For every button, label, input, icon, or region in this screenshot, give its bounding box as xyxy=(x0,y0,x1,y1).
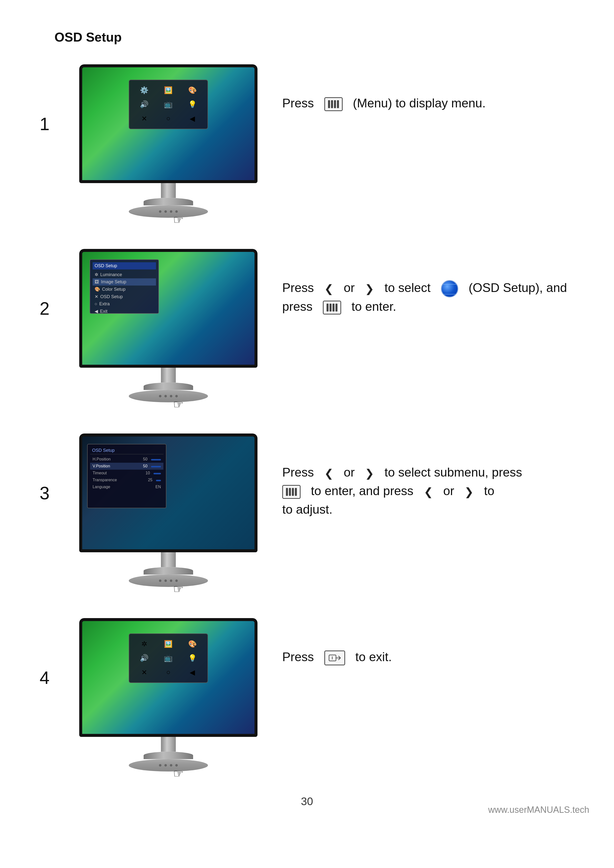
menu-item-2: 🖼 Image Setup xyxy=(93,278,156,285)
base-dot-2-2 xyxy=(165,395,167,397)
stand-base-3 xyxy=(129,575,208,587)
icon-4-3: 🎨 xyxy=(182,638,204,650)
aoc-label-3: AOC xyxy=(166,551,177,552)
screen-3: OSD Setup H.Position 50 V.Position 50 Ti… xyxy=(82,437,255,549)
monitor-1: ⚙️ 🖼️ 🎨 🔊 📺 💡 ✕ ○ ◀ AOC xyxy=(79,64,258,183)
base-dot-2-1 xyxy=(159,395,162,397)
step-4-to-exit: to exit. xyxy=(355,650,392,664)
bar-3 xyxy=(334,100,336,108)
bar-1 xyxy=(328,100,330,108)
base-dot-3-2 xyxy=(165,580,167,582)
icon-extra: 💡 xyxy=(182,98,204,110)
screen-2: OSD Setup ✲ Luminance 🖼 Image Setup 🎨 Co… xyxy=(82,252,255,365)
icon-4-4: 🔊 xyxy=(133,652,155,664)
bar-t xyxy=(154,473,161,474)
icon-4-2: 🖼️ xyxy=(157,638,179,650)
icon-4-6: 💡 xyxy=(182,652,204,664)
step-3-or-1: or xyxy=(344,465,354,479)
exit-icon xyxy=(328,653,341,663)
step-3-adjust: to adjust. xyxy=(282,502,333,516)
osd-title-2: OSD Setup xyxy=(93,262,156,270)
step-1-monitor: ⚙️ 🖼️ 🎨 🔊 📺 💡 ✕ ○ ◀ AOC xyxy=(74,64,263,227)
monitor-3-bottom: AOC xyxy=(82,549,258,552)
page-title: OSD Setup xyxy=(54,30,579,45)
exit-button-4 xyxy=(324,651,345,665)
icon-display: 📺 xyxy=(157,98,179,110)
bar-v xyxy=(151,466,161,467)
step-4-monitor: ✲ 🖼️ 🎨 🔊 📺 💡 ✕ ○ ◀ AOC xyxy=(74,618,263,780)
stand-neck-2 xyxy=(161,368,176,383)
base-dot-3-3 xyxy=(170,580,172,582)
stand-base-top-3 xyxy=(144,567,193,575)
step-1-row: 1 ⚙️ 🖼️ 🎨 🔊 📺 💡 ✕ ○ ◀ xyxy=(35,64,579,227)
bar-tr xyxy=(156,480,161,481)
aoc-label-1: AOC xyxy=(166,181,177,183)
monitor-1-bottom: AOC xyxy=(82,180,258,183)
step-2-or-1: or xyxy=(344,281,354,295)
menu-item-3: 🎨 Color Setup xyxy=(93,285,156,293)
bar-2-3 xyxy=(333,304,334,312)
base-dot-4-4 xyxy=(175,764,178,767)
finger-icon-3: ☞ xyxy=(173,582,184,596)
stand-base-top-4 xyxy=(144,752,193,759)
icon-4-5: 📺 xyxy=(157,652,179,664)
step-4-number: 4 xyxy=(35,668,54,688)
submenu-item-5: Language EN xyxy=(90,484,163,490)
submenu-item-4: Transparence 25 xyxy=(90,477,163,484)
monitor-4: ✲ 🖼️ 🎨 🔊 📺 💡 ✕ ○ ◀ AOC xyxy=(79,618,258,737)
step-3-monitor: OSD Setup H.Position 50 V.Position 50 Ti… xyxy=(74,434,263,596)
arrow-left-2a: ❮ xyxy=(324,281,334,297)
menu-button-3 xyxy=(282,485,300,499)
osd-submenu-3: OSD Setup H.Position 50 V.Position 50 Ti… xyxy=(87,444,166,508)
submenu-item-3: Timeout 10 xyxy=(90,470,163,477)
stand-base-top-1 xyxy=(144,198,193,205)
monitor-4-bottom: AOC xyxy=(82,734,258,737)
step-2-row: 2 OSD Setup ✲ Luminance 🖼 Image Setup 🎨 … xyxy=(35,249,579,411)
bar-2-4 xyxy=(336,304,337,312)
step-4-instruction: Press to exit. xyxy=(282,618,579,666)
arrow-left-3b: ❮ xyxy=(424,484,433,500)
step-1-menu-label: (Menu) to display menu. xyxy=(353,96,485,110)
step-3-to: to xyxy=(484,484,494,498)
bar-3-4 xyxy=(295,488,297,496)
aoc-label-2: AOC xyxy=(166,366,177,368)
step-2-press: Press xyxy=(282,281,314,295)
screen-1: ⚙️ 🖼️ 🎨 🔊 📺 💡 ✕ ○ ◀ xyxy=(82,67,255,180)
bar-3-2 xyxy=(289,488,291,496)
step-2-to-select: to select xyxy=(384,281,431,295)
stand-neck-1 xyxy=(161,183,176,198)
menu-item-4: ✕ OSD Setup xyxy=(93,293,156,301)
step-3-to-enter-and: to enter, and press xyxy=(311,484,413,498)
bar-4 xyxy=(337,100,339,108)
stand-neck-3 xyxy=(161,552,176,567)
menu-item-1: ✲ Luminance xyxy=(93,271,156,278)
icon-settings: ⚙️ xyxy=(133,84,155,96)
arrow-left-3a: ❮ xyxy=(324,465,334,482)
icon-color: 🎨 xyxy=(182,84,204,96)
base-dot-2-4 xyxy=(175,395,178,397)
monitor-2: OSD Setup ✲ Luminance 🖼 Image Setup 🎨 Co… xyxy=(79,249,258,368)
submenu-item-2: V.Position 50 xyxy=(90,463,163,470)
submenu-title-3: OSD Setup xyxy=(90,447,163,454)
monitor-2-bottom: AOC xyxy=(82,365,258,368)
finger-icon-2: ☞ xyxy=(173,397,184,411)
base-dot-4 xyxy=(175,210,178,213)
step-2-monitor: OSD Setup ✲ Luminance 🖼 Image Setup 🎨 Co… xyxy=(74,249,263,411)
menu-button-2 xyxy=(323,301,341,315)
watermark: www.userMANUALS.tech xyxy=(488,804,589,815)
base-dot-4-3 xyxy=(170,764,172,767)
bar-2 xyxy=(331,100,333,108)
base-dot-4-1 xyxy=(159,764,162,767)
submenu-item-1: H.Position 50 xyxy=(90,456,163,463)
base-dot-3 xyxy=(170,210,172,213)
icon-menu: ◀ xyxy=(182,113,204,125)
page-number: 30 xyxy=(301,795,313,808)
step-3-row: 3 OSD Setup H.Position 50 V.Position 50 xyxy=(35,434,579,596)
base-dot-2-3 xyxy=(170,395,172,397)
icon-close: ✕ xyxy=(133,113,155,125)
base-dot-3-4 xyxy=(175,580,178,582)
step-3-instruction: Press ❮ or ❯ to select submenu, press to… xyxy=(282,434,579,519)
page-content: OSD Setup 1 ⚙️ 🖼️ 🎨 🔊 📺 💡 ✕ ○ ◀ xyxy=(0,0,614,823)
finger-icon-1: ☞ xyxy=(173,213,184,227)
icon-audio: 🔊 xyxy=(133,98,155,110)
